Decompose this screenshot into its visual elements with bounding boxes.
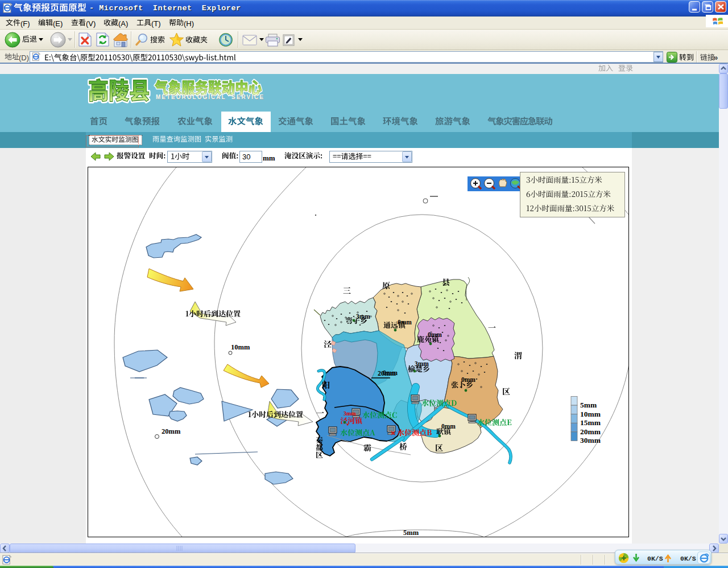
svg-text:3mm: 3mm — [344, 410, 356, 417]
svg-text:0mm: 0mm — [441, 423, 456, 430]
svg-text:10mm: 10mm — [231, 343, 250, 351]
svg-text:15mm: 15mm — [580, 418, 601, 427]
svg-text:20mm: 20mm — [580, 427, 601, 436]
svg-text:3mm: 3mm — [356, 313, 370, 320]
svg-text:10mm: 10mm — [580, 410, 601, 418]
svg-text:0mm: 0mm — [383, 369, 398, 377]
svg-text:3mm: 3mm — [415, 360, 429, 367]
svg-text:5mm: 5mm — [403, 529, 419, 537]
svg-text:5mm: 5mm — [580, 401, 597, 409]
svg-text:0mm: 0mm — [428, 331, 442, 338]
svg-text:0mm: 0mm — [461, 376, 475, 383]
svg-text:30mm: 30mm — [580, 436, 601, 444]
svg-text:20mm: 20mm — [162, 427, 181, 435]
svg-text:0mm: 0mm — [398, 319, 412, 326]
